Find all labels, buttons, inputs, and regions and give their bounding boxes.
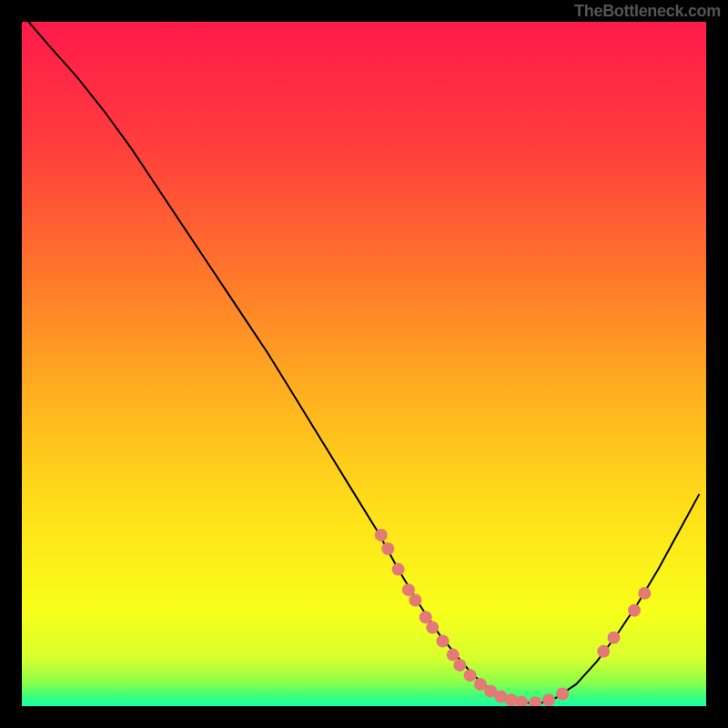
chart-frame: TheBottleneck.com [0, 0, 728, 728]
sample-dot [453, 659, 466, 672]
sample-dot [542, 693, 555, 706]
sample-dot [392, 563, 405, 576]
sample-dot [628, 604, 641, 617]
sample-dot [607, 632, 620, 644]
watermark-text: TheBottleneck.com [574, 2, 721, 21]
plot-background [22, 22, 706, 706]
sample-dot [409, 593, 421, 606]
sample-dot [426, 622, 439, 634]
sample-dot [597, 645, 610, 658]
sample-dot [638, 587, 651, 600]
sample-dot [464, 669, 477, 682]
sample-dot [436, 635, 449, 648]
sample-dot [375, 529, 388, 541]
sample-dot [381, 542, 394, 555]
sample-dot [556, 687, 569, 700]
bottleneck-chart [22, 22, 706, 706]
